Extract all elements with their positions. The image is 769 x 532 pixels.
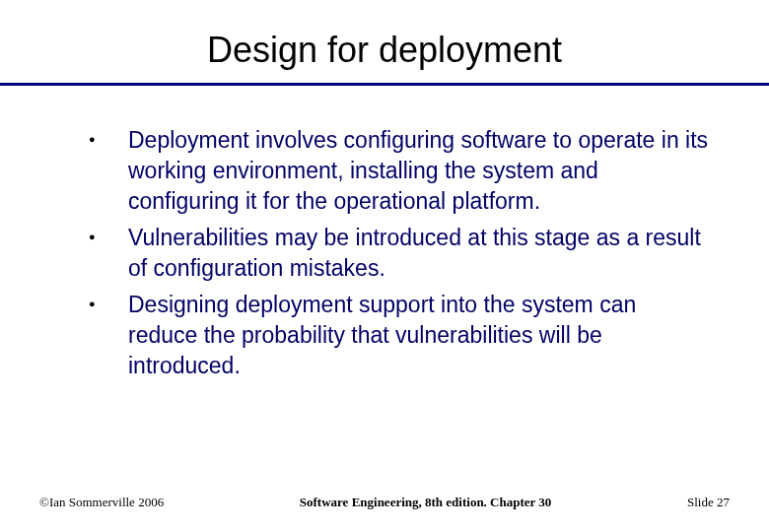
footer-center: Software Engineering, 8th edition. Chapt… [300,495,552,510]
list-item: Vulnerabilities may be introduced at thi… [89,223,710,284]
slide-body: Deployment involves configuring software… [0,86,769,381]
list-item: Deployment involves configuring software… [89,125,710,217]
slide-footer: ©Ian Sommerville 2006 Software Engineeri… [0,495,769,510]
slide: Design for deployment Deployment involve… [0,0,769,532]
bullet-list: Deployment involves configuring software… [89,125,710,381]
list-item: Designing deployment support into the sy… [89,290,710,381]
footer-left: ©Ian Sommerville 2006 [39,495,164,510]
footer-right: Slide 27 [687,495,730,510]
slide-title: Design for deployment [0,0,769,83]
